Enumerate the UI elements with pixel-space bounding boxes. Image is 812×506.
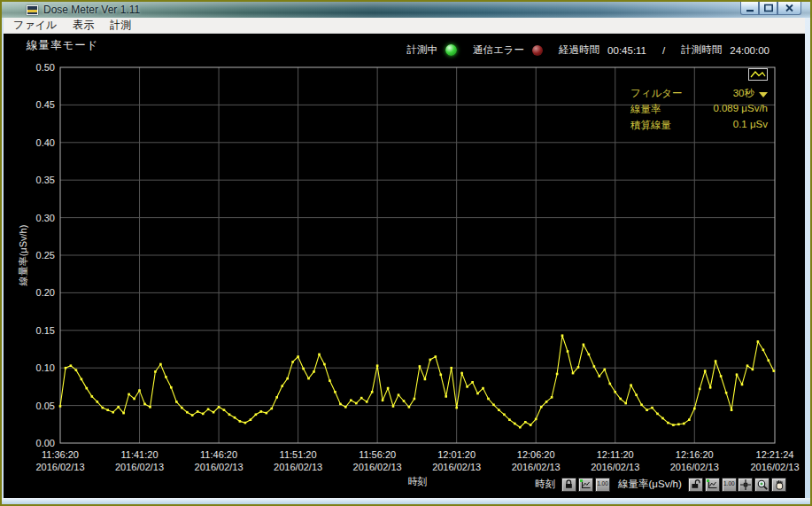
y-scale-label: 線量率(μSv/h) [618, 478, 682, 491]
svg-text:0.05: 0.05 [36, 401, 55, 411]
y-format-button[interactable]: 1.00 [722, 478, 737, 492]
lock-closed-icon [563, 479, 575, 490]
cursor-tool-button[interactable] [738, 478, 753, 492]
svg-text:2016/02/13: 2016/02/13 [750, 462, 799, 472]
chevron-down-icon [759, 92, 768, 97]
y-scale-controls: 線量率(μSv/h) 1.00 [618, 477, 737, 492]
close-button[interactable] [777, 2, 801, 15]
svg-text:11:56:20: 11:56:20 [359, 449, 396, 460]
hand-icon [773, 479, 785, 491]
svg-text:12:16:20: 12:16:20 [676, 449, 714, 460]
y-axis-title: 線量率(μSv/h) [18, 225, 28, 287]
pan-tool-button[interactable] [771, 478, 786, 492]
dose-rate-row: 線量率 0.089 μSv/h [630, 101, 768, 117]
line-plot-icon [749, 69, 767, 80]
autoscale-on-indicator [580, 479, 583, 482]
cumulative-unit: μSv [750, 119, 768, 129]
elapsed-value: 00:45:11 [607, 45, 646, 56]
svg-text:0.20: 0.20 [36, 287, 55, 298]
menu-measure[interactable]: 計測 [102, 18, 139, 33]
svg-text:11:36:20: 11:36:20 [42, 449, 79, 460]
filter-row: フィルター 30秒 [630, 85, 768, 101]
svg-text:2016/02/13: 2016/02/13 [591, 462, 639, 472]
svg-text:12:11:20: 12:11:20 [597, 449, 634, 460]
dose-rate-label: 線量率 [630, 103, 661, 116]
red-led [532, 45, 543, 56]
duration-label: 計測時間 [681, 43, 722, 57]
svg-text:2016/02/13: 2016/02/13 [512, 462, 561, 472]
dose-rate-series [59, 334, 775, 428]
mode-title: 線量率モード [27, 38, 99, 53]
filter-label: フィルター [630, 87, 683, 100]
measuring-label: 計測中 [407, 43, 438, 57]
cumulative-value: 0.1 μSv [733, 119, 768, 129]
window-controls [740, 2, 801, 15]
menu-view[interactable]: 表示 [65, 18, 102, 33]
duration-value: 24:00:00 [730, 45, 769, 56]
svg-text:2016/02/13: 2016/02/13 [432, 462, 481, 472]
close-icon [783, 2, 796, 14]
svg-text:0.45: 0.45 [36, 99, 55, 110]
dose-rate-number: 0.089 [713, 103, 739, 113]
titlebar[interactable]: Dose Meter Ver 1.11 [2, 2, 810, 18]
graph-palette [738, 477, 786, 492]
svg-text:12:06:20: 12:06:20 [517, 449, 555, 460]
x-lock-button[interactable] [561, 478, 576, 492]
svg-text:0.25: 0.25 [36, 250, 55, 261]
svg-text:11:41:20: 11:41:20 [121, 449, 159, 460]
comm-error-label: 通信エラー [473, 43, 524, 57]
window-border-bottom [2, 498, 810, 504]
svg-text:2016/02/13: 2016/02/13 [115, 462, 164, 472]
svg-text:0.35: 0.35 [36, 175, 55, 185]
svg-text:2016/02/13: 2016/02/13 [670, 462, 719, 472]
lock-open-icon [690, 479, 701, 490]
autoscale-on-indicator [707, 479, 709, 482]
menubar: ファイル 表示 計測 [4, 18, 805, 34]
plot-legend-button[interactable] [748, 68, 768, 81]
x-format-label: 1.00 [597, 481, 608, 487]
y-lock-button[interactable] [688, 478, 703, 492]
svg-text:2016/02/13: 2016/02/13 [353, 462, 402, 472]
svg-text:12:21:24: 12:21:24 [756, 449, 794, 460]
cumulative-number: 0.1 [733, 119, 747, 129]
menu-file[interactable]: ファイル [5, 18, 65, 33]
x-format-button[interactable]: 1.00 [595, 478, 610, 492]
magnifier-icon [756, 479, 769, 491]
svg-text:11:46:20: 11:46:20 [200, 449, 237, 460]
svg-text:0.00: 0.00 [36, 438, 55, 448]
crosshair-icon [739, 479, 752, 491]
y-autoscale-button[interactable] [705, 478, 720, 492]
elapsed-label: 経過時間 [559, 43, 599, 57]
x-scale-controls: 時刻 1.00 [535, 477, 610, 492]
x-scale-label: 時刻 [535, 478, 555, 491]
green-led [445, 44, 457, 56]
svg-text:0.30: 0.30 [36, 213, 55, 223]
client-area: 0.000.050.100.150.200.250.300.350.400.45… [4, 34, 805, 498]
x-axis-title: 時刻 [408, 476, 428, 487]
window-border-left [2, 18, 4, 504]
zoom-tool-button[interactable] [754, 478, 769, 492]
maximize-button[interactable] [759, 2, 777, 15]
status-row: 計測中 通信エラー 経過時間 00:45:11 / 計測時間 24:00:00 [407, 43, 769, 57]
svg-text:2016/02/13: 2016/02/13 [195, 462, 244, 472]
x-autoscale-button[interactable] [578, 478, 593, 492]
svg-text:0.10: 0.10 [36, 362, 55, 373]
cumulative-row: 積算線量 0.1 μSv [630, 117, 768, 133]
svg-text:11:51:20: 11:51:20 [280, 449, 317, 460]
dose-meter-app-icon [27, 5, 38, 15]
cumulative-label: 積算線量 [630, 119, 671, 132]
filter-value: 30秒 [733, 87, 754, 100]
readout-panel: フィルター 30秒 線量率 0.089 μSv/h 積算線量 0.1 μSv [630, 85, 768, 133]
time-separator: / [662, 45, 665, 56]
dose-rate-value: 0.089 μSv/h [713, 103, 768, 113]
minimize-button[interactable] [740, 2, 759, 15]
minimize-icon [743, 2, 756, 14]
filter-dropdown[interactable]: 30秒 [733, 87, 768, 100]
svg-text:2016/02/13: 2016/02/13 [274, 462, 322, 472]
svg-text:2016/02/13: 2016/02/13 [35, 462, 84, 472]
svg-text:12:01:20: 12:01:20 [437, 449, 476, 460]
svg-text:0.40: 0.40 [36, 137, 55, 148]
window-title: Dose Meter Ver 1.11 [43, 4, 140, 16]
y-format-label: 1.00 [723, 481, 735, 487]
app-window: Dose Meter Ver 1.11 ファイル 表示 計測 0.000.050… [0, 0, 812, 506]
